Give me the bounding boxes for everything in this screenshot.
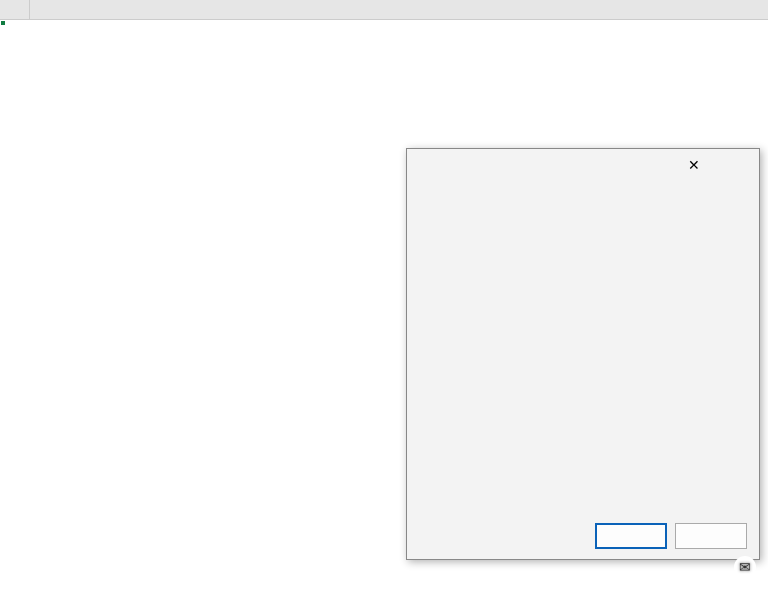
cancel-button[interactable] <box>675 523 747 549</box>
spreadsheet-grid[interactable] <box>0 0 768 20</box>
fill-handle[interactable] <box>0 20 6 26</box>
column-headers <box>0 0 768 20</box>
corner-cell[interactable] <box>0 0 30 19</box>
close-icon[interactable]: ✕ <box>638 157 749 173</box>
ok-button[interactable] <box>595 523 667 549</box>
wechat-icon: ✉ <box>734 556 756 578</box>
selection-border <box>0 20 4 24</box>
goto-special-dialog: ✕ <box>406 148 760 560</box>
dialog-titlebar[interactable]: ✕ <box>407 149 759 181</box>
watermark: ✉ <box>734 556 760 578</box>
